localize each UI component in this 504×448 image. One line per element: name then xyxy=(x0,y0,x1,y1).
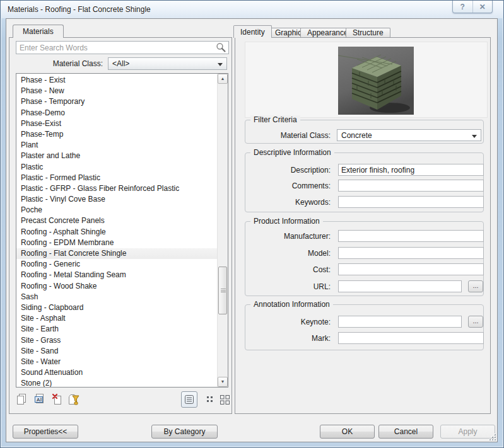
resize-grip[interactable] xyxy=(488,433,496,440)
tab-materials[interactable]: Materials xyxy=(13,25,64,38)
list-item[interactable]: Siding - Clapboard xyxy=(16,302,217,313)
by-category-button[interactable]: By Category xyxy=(151,425,218,439)
material-class-label: Material Class: xyxy=(9,59,103,68)
caption-buttons: ? ✕ xyxy=(452,1,493,13)
url-browse-button[interactable]: ... xyxy=(468,280,483,292)
description-field[interactable] xyxy=(338,164,484,176)
materials-list-box: Phase - ExistPhase - NewPhase - Temporar… xyxy=(16,73,228,388)
list-item[interactable]: Phase-Temp xyxy=(16,129,217,140)
material-class-row: Material Class: <All> xyxy=(9,57,231,70)
material-class-dropdown[interactable]: <All> xyxy=(108,57,227,70)
manufacturer-label: Manufacturer: xyxy=(245,232,331,241)
list-item[interactable]: Sash xyxy=(16,292,217,302)
tab-identity[interactable]: Identity xyxy=(233,25,272,38)
material-preview-image xyxy=(338,47,414,115)
manufacturer-field[interactable] xyxy=(338,230,484,242)
list-item[interactable]: Roofing - Flat Concrete Shingle xyxy=(16,248,217,259)
list-item[interactable]: Precast Concrete Panels xyxy=(16,215,217,226)
help-icon: ? xyxy=(460,3,465,11)
window-title: Materials - Roofing - Flat Concrete Shin… xyxy=(8,5,151,14)
svg-text:A: A xyxy=(37,397,40,403)
list-item[interactable]: Site - Water xyxy=(16,357,217,367)
material-class-value: <All> xyxy=(112,59,129,68)
list-item[interactable]: Stone (2) xyxy=(16,378,217,387)
ok-button[interactable]: OK xyxy=(320,425,375,439)
cost-label: Cost: xyxy=(245,265,331,274)
list-scrollbar[interactable]: ▲ ▼ xyxy=(217,74,228,387)
list-item[interactable]: Phase-Demo xyxy=(16,108,217,118)
list-item[interactable]: Plastic - Formed Plastic xyxy=(16,173,217,183)
model-label: Model: xyxy=(245,249,331,258)
product-information-group: Product Information Manufacturer: Model:… xyxy=(245,221,484,296)
list-item[interactable]: Site - Asphalt xyxy=(16,313,217,324)
list-item[interactable]: Plastic xyxy=(16,162,217,173)
dialog-body: Materials Material Class: <All> Phase - … xyxy=(6,18,498,442)
tab-structure[interactable]: Structure xyxy=(346,28,390,38)
url-label: URL: xyxy=(245,282,331,291)
scroll-up-icon[interactable]: ▲ xyxy=(218,74,228,84)
keywords-label: Keywords: xyxy=(245,198,331,207)
list-item[interactable]: Roofing - Asphalt Shingle xyxy=(16,227,217,238)
keynote-label: Keynote: xyxy=(245,318,331,326)
delete-icon[interactable] xyxy=(51,393,64,406)
large-icons-icon xyxy=(220,394,230,405)
material-class-selected: Concrete xyxy=(341,131,372,140)
product-information-title: Product Information xyxy=(250,217,323,226)
list-item[interactable]: Plaster and Lathe xyxy=(16,151,217,161)
list-item[interactable]: Site - Grass xyxy=(16,335,217,346)
close-icon: ✕ xyxy=(479,3,486,11)
titlebar[interactable]: Materials - Roofing - Flat Concrete Shin… xyxy=(1,1,503,18)
scroll-down-icon[interactable]: ▼ xyxy=(218,377,228,387)
keynote-browse-button[interactable]: ... xyxy=(468,316,483,328)
rename-icon[interactable]: A xyxy=(33,393,46,406)
duplicate-icon[interactable] xyxy=(16,393,28,406)
list-item[interactable]: Sound Attenuation xyxy=(16,367,217,378)
properties-button[interactable]: Properties<< xyxy=(13,425,78,439)
list-item[interactable]: Phase - Exist xyxy=(16,75,217,86)
description-label: Description: xyxy=(245,166,331,175)
materials-panel: Material Class: <All> Phase - ExistPhase… xyxy=(9,37,232,414)
descriptive-information-title: Descriptive Information xyxy=(250,148,334,157)
list-item[interactable]: Roofing - EPDM Membrane xyxy=(16,238,217,248)
close-button[interactable]: ✕ xyxy=(472,1,493,13)
descriptive-information-group: Descriptive Information Description: Com… xyxy=(245,152,484,212)
list-item[interactable]: Plastic - Vinyl Cove Base xyxy=(16,194,217,205)
annotation-information-title: Annotation Information xyxy=(250,300,333,309)
list-item[interactable]: Roofing - Generic xyxy=(16,259,217,270)
filter-criteria-group: Filter Criteria Material Class: Concrete xyxy=(245,120,484,144)
list-item[interactable]: Site - Sand xyxy=(16,346,217,357)
list-item[interactable]: Phase-Exist xyxy=(16,118,217,129)
model-field[interactable] xyxy=(338,247,484,259)
filter-criteria-title: Filter Criteria xyxy=(250,115,300,124)
list-item[interactable]: Plant xyxy=(16,140,217,151)
list-item[interactable]: Site - Earth xyxy=(16,324,217,335)
cancel-button[interactable]: Cancel xyxy=(378,425,433,439)
list-view-button[interactable] xyxy=(181,391,197,408)
list-view-icon xyxy=(184,394,194,405)
chevron-down-icon xyxy=(472,135,477,138)
purge-icon[interactable] xyxy=(67,393,80,406)
url-field[interactable] xyxy=(338,280,462,292)
scrollbar-thumb[interactable] xyxy=(218,267,227,314)
list-item[interactable]: Phase - New xyxy=(16,86,217,96)
identity-panel: Filter Criteria Material Class: Concrete… xyxy=(235,37,491,414)
material-preview xyxy=(245,42,488,118)
search-input[interactable] xyxy=(16,41,229,54)
cost-field[interactable] xyxy=(338,263,484,275)
list-item[interactable]: Plastic - GFRP - Glass Fiber Reinforced … xyxy=(16,183,217,194)
keywords-field[interactable] xyxy=(338,196,484,208)
mark-label: Mark: xyxy=(245,334,331,343)
comments-field[interactable] xyxy=(338,180,484,192)
list-item[interactable]: Roofing - Wood Shake xyxy=(16,281,217,292)
large-icons-view-button[interactable] xyxy=(216,391,233,408)
list-item[interactable]: Poche xyxy=(16,205,217,215)
list-item[interactable]: Phase - Temporary xyxy=(16,96,217,107)
list-item[interactable]: Roofing - Metal Standing Seam xyxy=(16,270,217,280)
apply-button: Apply xyxy=(440,425,495,439)
comments-label: Comments: xyxy=(245,181,331,190)
mark-field[interactable] xyxy=(338,332,484,344)
keynote-field[interactable] xyxy=(338,316,462,328)
search-icon xyxy=(216,42,226,53)
help-button[interactable]: ? xyxy=(453,1,472,13)
material-class-select[interactable]: Concrete xyxy=(337,129,481,141)
